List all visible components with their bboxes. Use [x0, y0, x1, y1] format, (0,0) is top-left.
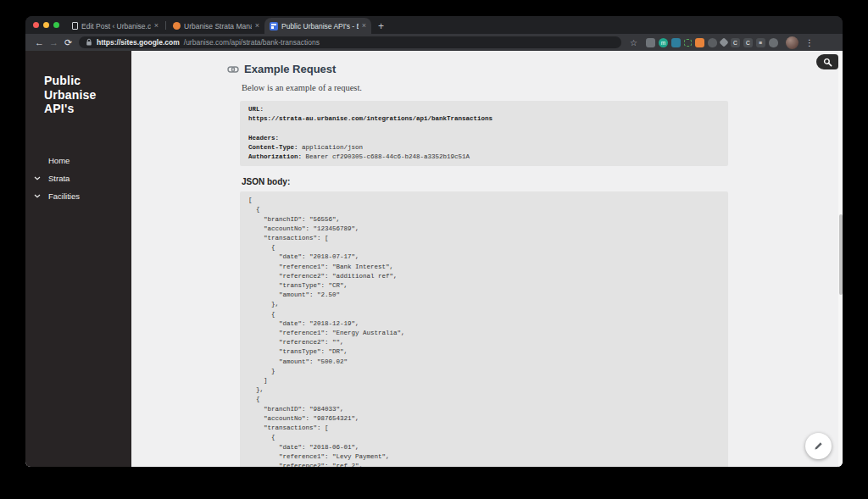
extension-icon-m[interactable]: m — [659, 38, 668, 47]
search-icon — [823, 58, 832, 67]
document-icon — [72, 22, 78, 30]
google-sites-favicon-icon — [270, 22, 278, 30]
browser-window: Edit Post ‹ Urbanise.com — W × Urbanise … — [25, 16, 843, 467]
extension-icon-tag[interactable] — [719, 37, 728, 47]
close-tab-icon[interactable]: × — [255, 22, 259, 30]
profile-avatar[interactable] — [786, 36, 798, 49]
url-label: URL: — [248, 106, 264, 113]
chevron-down-icon[interactable] — [34, 176, 41, 180]
tab-title: Public Urbanise API's - Bank T — [281, 22, 359, 30]
close-window-button[interactable] — [33, 22, 39, 28]
article: Example Request Below is an example of a… — [240, 51, 728, 467]
pencil-icon — [813, 441, 824, 452]
browser-menu-icon[interactable]: ⋮ — [805, 38, 814, 47]
close-tab-icon[interactable]: × — [362, 22, 366, 30]
authorization-line: Authorization: Bearer cf290305-c688-44c6… — [248, 153, 470, 160]
extension-icon-face[interactable] — [695, 38, 704, 47]
extension-icon-selection[interactable] — [684, 39, 692, 47]
urbanise-favicon-icon — [173, 22, 181, 30]
link-icon[interactable] — [227, 65, 239, 74]
headers-label: Headers: — [248, 135, 279, 141]
section-heading-row: Example Request — [227, 63, 728, 75]
tab-public-urbanise-apis[interactable]: Public Urbanise API's - Bank T × — [264, 18, 371, 34]
url-domain: https://sites.google.com — [97, 38, 180, 47]
tab-urbanise-strata[interactable]: Urbanise Strata Management × — [168, 18, 264, 34]
url-path: /urbanise.com/api/strata/bank-transactio… — [184, 38, 320, 47]
sidebar-item-label: Facilities — [48, 191, 80, 201]
tab-title: Urbanise Strata Management — [184, 22, 252, 30]
sidebar-item-label: Strata — [48, 174, 70, 183]
request-url-line: https://strata-au.urbanise.com/integrati… — [248, 115, 492, 122]
sidebar-item-label: Home — [48, 156, 70, 165]
close-tab-icon[interactable]: × — [154, 22, 159, 30]
main-content: Example Request Below is an example of a… — [131, 51, 843, 467]
minimize-window-button[interactable] — [43, 22, 49, 28]
extension-icon-cloud2[interactable] — [769, 38, 778, 47]
site-title: Public Urbanise API's — [25, 74, 131, 116]
site-nav: Home Strata Facilities — [25, 152, 131, 205]
forward-button[interactable]: → — [47, 38, 61, 47]
back-button[interactable]: ← — [32, 38, 47, 47]
extension-icon-camera[interactable] — [671, 38, 681, 47]
browser-toolbar: ← → ⟳ https://sites.google.com/urbanise.… — [25, 34, 843, 51]
sidebar-item-home[interactable]: Home — [25, 152, 131, 169]
fullscreen-window-button[interactable] — [53, 22, 59, 28]
address-bar[interactable]: https://sites.google.com/urbanise.com/ap… — [79, 36, 621, 48]
intro-text: Below is an example of a request. — [242, 83, 728, 92]
bookmark-star-icon[interactable]: ☆ — [630, 38, 637, 47]
json-code-block: [ { "branchID": "56556", "accountNo": "1… — [240, 191, 728, 467]
padlock-icon — [86, 38, 92, 47]
content-type-line: Content-Type: application/json — [248, 144, 363, 151]
tab-divider — [165, 21, 166, 30]
new-tab-button[interactable]: + — [378, 21, 384, 31]
tab-edit-post[interactable]: Edit Post ‹ Urbanise.com — W × — [67, 18, 164, 34]
tab-bar: Edit Post ‹ Urbanise.com — W × Urbanise … — [25, 16, 843, 34]
reload-button[interactable]: ⟳ — [61, 38, 75, 47]
site-sidebar: Public Urbanise API's Home Strata — [25, 51, 131, 467]
site-search-button[interactable] — [816, 54, 838, 69]
extensions-row: mCC≡ — [643, 38, 778, 47]
page-content: Public Urbanise API's Home Strata — [25, 51, 843, 467]
json-body-label: JSON body: — [242, 177, 728, 186]
window-controls — [25, 16, 67, 34]
edit-page-button[interactable] — [805, 433, 832, 459]
request-code-block: URL: https://strata-au.urbanise.com/inte… — [240, 101, 728, 166]
extension-icon-1[interactable] — [646, 38, 655, 47]
endpoint: bankTransactions — [431, 115, 492, 122]
sidebar-item-strata[interactable]: Strata — [25, 169, 131, 187]
tab-title: Edit Post ‹ Urbanise.com — W — [81, 22, 151, 30]
extension-icon-c1[interactable]: C — [731, 38, 740, 47]
extension-icon-c2[interactable]: C — [743, 38, 753, 47]
extension-icon-list[interactable]: ≡ — [756, 38, 765, 47]
extension-icon-cloud[interactable] — [708, 38, 717, 47]
page-scrollbar[interactable] — [838, 51, 843, 467]
scrollbar-thumb[interactable] — [839, 214, 843, 295]
sidebar-item-facilities[interactable]: Facilities — [25, 187, 131, 205]
section-heading: Example Request — [244, 63, 336, 75]
chevron-down-icon[interactable] — [34, 194, 41, 198]
